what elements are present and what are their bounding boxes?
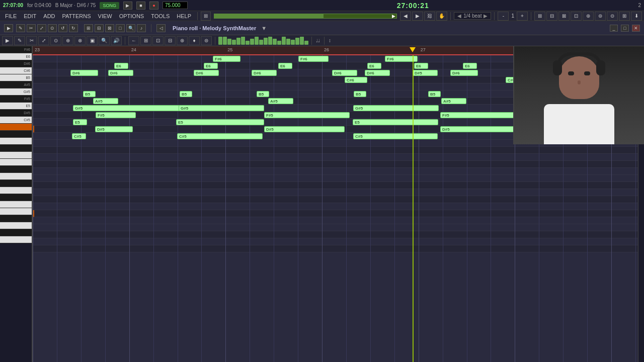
tb-btn6[interactable]: ⊕ [62, 36, 73, 45]
piano-key-25[interactable] [0, 222, 32, 229]
tb-btn8[interactable]: ▣ [87, 36, 98, 45]
step-down[interactable]: - [498, 12, 509, 21]
beat-right-arrow[interactable]: ▶ [484, 13, 488, 19]
piano-key-24[interactable] [0, 215, 32, 222]
tb-btn12[interactable]: ⊞ [140, 36, 151, 45]
note-40[interactable]: C#5 [72, 133, 86, 139]
tb-btn5[interactable]: ⊙ [50, 36, 61, 45]
menu-view[interactable]: VIEW [95, 12, 115, 20]
pr-snap1[interactable]: ⊞ [84, 24, 93, 32]
menu-options[interactable]: OPTIONS [116, 12, 147, 20]
note-5[interactable]: F#6 [213, 56, 240, 62]
piano-key-5[interactable]: A#5 [0, 81, 32, 88]
note-6[interactable]: D#6 [252, 70, 277, 76]
tb-btn4[interactable]: ⤢ [38, 36, 49, 45]
note-24[interactable]: B5 [354, 91, 366, 97]
pr-tool4[interactable]: ⊙ [48, 24, 57, 32]
piano-key-13[interactable] [0, 138, 32, 145]
piano-key-3[interactable]: C#6 [0, 67, 32, 74]
pr-zoom[interactable]: 🔍 [126, 24, 135, 32]
tb-btn16[interactable]: ♦ [189, 36, 200, 45]
pr-snap3[interactable]: ⊠ [105, 24, 114, 32]
piano-key-20[interactable] [0, 187, 32, 194]
note-30[interactable]: G#5 [353, 105, 439, 111]
tool9[interactable]: ⬇ [631, 12, 642, 21]
pr-minimize[interactable]: _ [610, 25, 618, 32]
pr-speaker[interactable]: ◁ [156, 24, 166, 32]
pr-snap2[interactable]: ⊟ [95, 24, 104, 32]
note-41[interactable]: C#5 [177, 133, 263, 139]
tool1[interactable]: ⊞ [534, 12, 545, 21]
piano-key-27[interactable] [0, 236, 32, 243]
note-0[interactable]: D#6 [70, 70, 98, 76]
tool5[interactable]: ⊛ [583, 12, 594, 21]
piano-key-26[interactable] [0, 229, 32, 236]
pr-tool6[interactable]: ↻ [69, 24, 78, 32]
note-2[interactable]: E6 [114, 63, 128, 69]
note-14[interactable]: E6 [414, 63, 428, 69]
note-29[interactable]: G#5 [179, 105, 264, 111]
tool2[interactable]: ⊟ [546, 12, 557, 21]
piano-key-7[interactable]: F#5 [0, 96, 32, 103]
piano-key-4[interactable]: B5 [0, 74, 32, 81]
note-9[interactable]: D#6 [332, 70, 357, 76]
pr-tool2[interactable]: ✂ [27, 24, 36, 32]
note-36[interactable]: E5 [353, 119, 438, 125]
pr-maximize[interactable]: □ [621, 25, 629, 32]
piano-key-2[interactable]: D#6 [0, 60, 32, 67]
piano-key-16[interactable] [0, 159, 32, 166]
note-37[interactable]: D#5 [95, 126, 133, 132]
note-21[interactable]: B5 [180, 91, 192, 97]
piano-key-15[interactable] [0, 152, 32, 159]
note-3[interactable]: D#6 [194, 70, 219, 76]
pr-close[interactable]: ✕ [632, 25, 640, 32]
menu-add[interactable]: ADD [40, 12, 58, 20]
menu-patterns[interactable]: PATTERNS [59, 12, 94, 20]
tb-btn14[interactable]: ⊟ [165, 36, 176, 45]
piano-key-18[interactable] [0, 173, 32, 180]
tool4[interactable]: ⊡ [571, 12, 582, 21]
piano-key-19[interactable] [0, 180, 32, 187]
note-31[interactable]: F#5 [96, 112, 136, 118]
stop-button[interactable]: ■ [136, 2, 145, 10]
tool3[interactable]: ⊠ [558, 12, 570, 21]
note-19[interactable]: B5 [83, 91, 96, 97]
piano-key-10[interactable]: C#5 [0, 117, 32, 124]
note-23[interactable]: A#5 [268, 98, 293, 104]
play-button[interactable]: ▶ [123, 2, 132, 10]
piano-key-9[interactable]: D#5 [0, 110, 32, 117]
note-16[interactable]: D#6 [450, 70, 478, 76]
tb-btn10[interactable]: 🔊 [111, 36, 122, 45]
note-34[interactable]: E5 [73, 119, 87, 125]
piano-key-6[interactable]: G#5 [0, 88, 32, 96]
note-11[interactable]: E6 [367, 63, 381, 69]
tb-btn15[interactable]: ⊛ [177, 36, 188, 45]
note-1[interactable]: D#6 [108, 70, 133, 76]
piano-key-22[interactable] [0, 201, 32, 208]
piano-key-8[interactable]: E5 [0, 103, 32, 110]
left-arrow[interactable]: ◀ [400, 12, 411, 21]
tb-btn9[interactable]: 🔍 [99, 36, 110, 45]
note-35[interactable]: E5 [176, 119, 264, 125]
record-button[interactable]: ● [149, 2, 158, 10]
tb-btn2[interactable]: ✎ [14, 36, 25, 45]
menu-tools[interactable]: TOOLS [148, 12, 173, 20]
menu-file[interactable]: FILE [2, 12, 20, 20]
note-32[interactable]: F#5 [264, 112, 350, 118]
tb-btn13[interactable]: ⊡ [152, 36, 164, 45]
note-17[interactable]: E6 [463, 63, 477, 69]
note-4[interactable]: E6 [204, 63, 218, 69]
piano-key-1[interactable]: E6 [0, 53, 32, 60]
beat-left-arrow[interactable]: ◀ [457, 13, 461, 19]
piano-key-17[interactable] [0, 166, 32, 173]
tool8[interactable]: ⊞ [619, 12, 630, 21]
piano-key-14[interactable] [0, 145, 32, 152]
piano-key-23[interactable] [0, 208, 32, 215]
piano-key-0[interactable]: F#6 [0, 46, 32, 53]
pr-select[interactable]: □ [116, 24, 125, 32]
pr-tool3[interactable]: ⤢ [37, 24, 46, 32]
snap-button[interactable]: ⊞ [201, 12, 211, 21]
note-25[interactable]: B5 [428, 91, 441, 97]
tool6[interactable]: ⊜ [595, 12, 606, 21]
tb-btn7[interactable]: ⊗ [74, 36, 86, 45]
